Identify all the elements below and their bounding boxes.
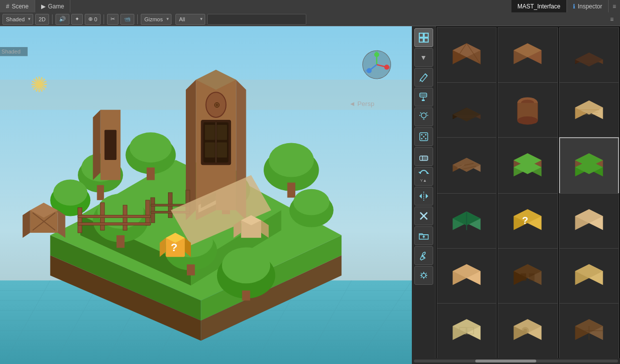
tile-item[interactable] [559, 303, 619, 358]
tile-preview [570, 260, 608, 297]
scene-toolbar-menu[interactable]: ≡ [606, 16, 618, 23]
lamp-tool-button[interactable] [414, 107, 433, 126]
tile-preview [448, 39, 485, 76]
2d-toggle-button[interactable]: 2D [35, 14, 49, 25]
scissors-icon: ✂ [111, 16, 115, 22]
eraser-tool-button[interactable] [414, 147, 433, 166]
svg-rect-37 [287, 183, 295, 198]
tile-item[interactable]: ? [498, 193, 558, 253]
gear-icon [418, 270, 429, 281]
tab-scene[interactable]: # Scene [0, 0, 35, 12]
tile-item[interactable] [559, 137, 619, 197]
pencil-tool-button[interactable] [414, 68, 433, 87]
folder-tool-button[interactable] [414, 226, 433, 245]
main-area: ⊕ [0, 26, 620, 364]
toolbar-sep-1 [52, 14, 53, 24]
svg-point-53 [293, 189, 330, 215]
tile-preview [448, 149, 485, 186]
tile-preview [570, 39, 608, 76]
svg-rect-134 [422, 156, 428, 160]
svg-point-128 [421, 134, 422, 136]
tile-item[interactable] [437, 303, 497, 358]
svg-rect-121 [422, 100, 425, 101]
gizmos-dropdown[interactable]: Gizmos [141, 14, 171, 25]
tile-preview [570, 314, 608, 352]
paint-tool-button[interactable] [414, 88, 433, 106]
all-dropdown[interactable]: All [175, 14, 205, 25]
tile-item[interactable] [437, 193, 497, 253]
svg-rect-51 [242, 291, 250, 301]
dice-tool-button[interactable] [414, 127, 433, 146]
audio-button[interactable]: 🔊 [56, 14, 69, 25]
tile-preview: ? [509, 205, 546, 242]
wrench-tool-button[interactable] [414, 246, 433, 265]
layers-button[interactable]: ⊕ 0 [85, 14, 101, 25]
tile-item[interactable] [559, 82, 619, 142]
camera-icon: 📹 [124, 16, 131, 22]
svg-line-124 [426, 112, 427, 113]
svg-point-36 [269, 143, 314, 177]
tab-game[interactable]: ▶ Game [35, 0, 71, 12]
tile-item[interactable] [437, 27, 497, 87]
tile-item[interactable] [498, 27, 558, 87]
tools-button[interactable]: ✂ [107, 14, 118, 25]
refresh-icon [418, 169, 429, 178]
game-tab-label: Game [48, 3, 64, 10]
scene-search-input[interactable] [207, 14, 306, 25]
svg-marker-137 [418, 172, 420, 174]
scrollbar-thumb[interactable] [475, 360, 537, 363]
tile-item[interactable] [559, 193, 619, 253]
x-icon [418, 210, 429, 221]
tile-item[interactable] [498, 82, 558, 142]
tile-item[interactable] [559, 27, 619, 87]
tile-item[interactable] [437, 248, 497, 308]
svg-marker-139 [419, 194, 422, 199]
gear-tool-button[interactable] [414, 266, 433, 285]
shading-dropdown-wrapper: Shaded [2, 14, 33, 25]
svg-rect-76 [151, 198, 155, 223]
svg-point-228 [524, 329, 528, 333]
scene-canvas: ⊕ [0, 26, 412, 364]
arrow-down-button[interactable]: ▼ [414, 48, 433, 67]
svg-text:Z: Z [365, 69, 367, 73]
svg-point-147 [422, 273, 426, 277]
panel-menu[interactable]: ≡ [609, 0, 620, 12]
tile-item[interactable] [437, 82, 497, 142]
x-tool-button[interactable] [414, 207, 433, 225]
svg-marker-164 [453, 107, 481, 121]
toolbar-sep-2 [104, 14, 104, 24]
shading-dropdown[interactable]: Shaded [2, 14, 33, 25]
svg-rect-62 [217, 125, 227, 140]
tile-preview [509, 149, 546, 186]
svg-text:⊕: ⊕ [214, 100, 220, 109]
svg-rect-73 [146, 200, 150, 225]
menu-icon: ≡ [613, 3, 616, 10]
svg-marker-145 [422, 235, 425, 237]
tab-inspector[interactable]: ℹ Inspector [567, 0, 609, 12]
tile-item[interactable] [498, 248, 558, 308]
tab-mast-interface[interactable]: MAST_Interface [511, 0, 567, 12]
svg-text:Y: Y [375, 50, 378, 54]
scrollbar-area [412, 358, 620, 364]
scrollbar-track[interactable] [414, 360, 618, 363]
tile-item[interactable] [498, 137, 558, 197]
folder-icon [418, 230, 429, 241]
all-dropdown-wrapper: All [175, 14, 205, 25]
eraser-icon [418, 151, 429, 162]
svg-rect-43 [187, 264, 195, 275]
svg-marker-136 [427, 172, 429, 174]
refresh-tool-button[interactable]: Y▲ [414, 167, 433, 186]
grid-tool-button[interactable] [414, 28, 433, 47]
layers-count: 0 [94, 16, 97, 22]
svg-marker-68 [93, 110, 100, 180]
tile-item[interactable] [498, 303, 558, 358]
flip-tool-button[interactable] [414, 187, 433, 206]
camera-button[interactable]: 📹 [120, 14, 134, 25]
scene-viewport[interactable]: ⊕ [0, 26, 412, 364]
svg-point-172 [517, 116, 538, 125]
tile-item[interactable] [559, 248, 619, 308]
y-axis-label: Y▲ [420, 178, 427, 183]
scene-menu-icon: ≡ [610, 16, 614, 23]
tile-item[interactable] [437, 137, 497, 197]
render-effects-button[interactable]: ✦ [71, 14, 83, 25]
